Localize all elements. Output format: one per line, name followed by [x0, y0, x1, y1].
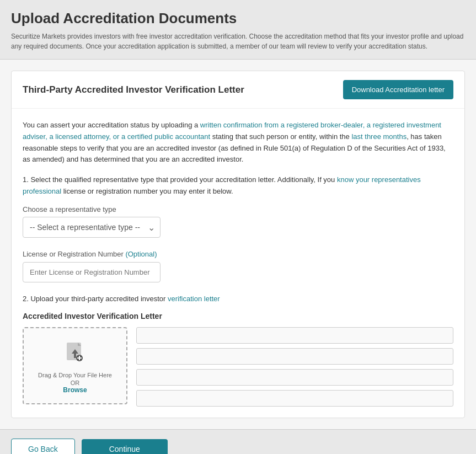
page-footer: Go Back Continue [0, 429, 476, 454]
or-text: OR [71, 380, 80, 386]
card-body: You can assert your accreditation status… [12, 109, 464, 418]
page-header: Upload Accreditation Documents Securitiz… [0, 0, 476, 60]
step1-highlight: know your representatives professional [23, 175, 421, 195]
license-label-wrapper: License or Registration Number (Optional… [23, 249, 453, 259]
license-input[interactable] [23, 262, 161, 282]
main-content: Third-Party Accredited Investor Verifica… [0, 60, 476, 429]
upload-section-label: Accredited Investor Verification Letter [23, 312, 453, 321]
card-header: Third-Party Accredited Investor Verifica… [12, 71, 464, 109]
file-slot-3 [136, 369, 453, 386]
representative-select-wrapper: -- Select a representative type -- Regis… [23, 217, 161, 238]
info-highlight-2: last three months [351, 132, 407, 141]
file-slot-1 [136, 327, 453, 344]
page-title: Upload Accreditation Documents [11, 10, 465, 27]
representative-type-select[interactable]: -- Select a representative type -- Regis… [23, 217, 161, 238]
upload-icon [61, 338, 89, 368]
choose-rep-label: Choose a representative type [23, 205, 453, 213]
info-paragraph: You can assert your accreditation status… [23, 120, 453, 165]
license-input-wrapper [23, 262, 161, 282]
download-accreditation-button[interactable]: Download Accreditation letter [343, 80, 453, 99]
card-title: Third-Party Accredited Investor Verifica… [23, 84, 244, 95]
page-subtitle: Securitize Markets provides investors wi… [11, 31, 465, 51]
continue-button[interactable]: Continue [82, 439, 168, 454]
step1-text: 1. Select the qualified representative t… [23, 174, 453, 197]
license-label: License or Registration Number [23, 250, 125, 258]
file-slots [136, 327, 453, 407]
file-slot-2 [136, 348, 453, 365]
drag-drop-text: Drag & Drop Your File Here [38, 371, 112, 380]
file-dropzone[interactable]: Drag & Drop Your File Here OR Browse [23, 327, 127, 404]
file-slot-4 [136, 390, 453, 407]
step2-text: 2. Upload your third-party accredited in… [23, 293, 453, 305]
accreditation-card: Third-Party Accredited Investor Verifica… [11, 71, 465, 418]
upload-row: Drag & Drop Your File Here OR Browse [23, 327, 453, 407]
step2-highlight: verification letter [168, 295, 220, 303]
go-back-button[interactable]: Go Back [11, 439, 75, 454]
browse-link[interactable]: Browse [63, 386, 87, 394]
license-optional-label: (Optional) [125, 250, 157, 258]
